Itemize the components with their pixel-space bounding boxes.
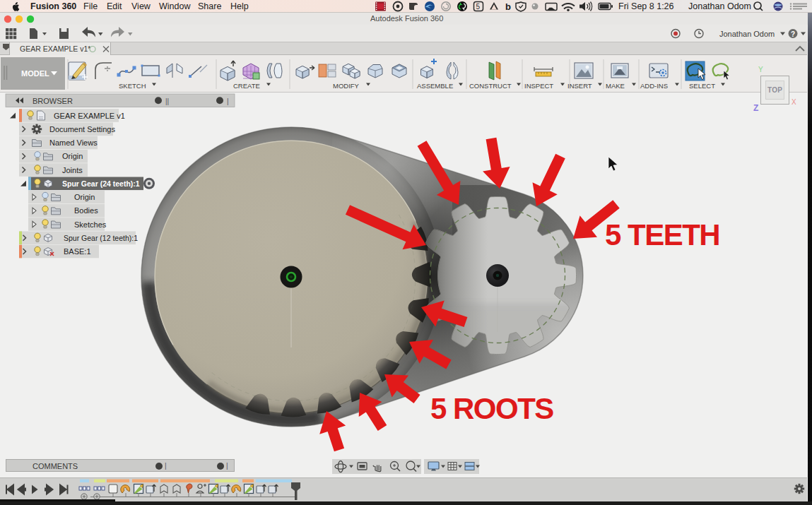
svg-text:MAKE: MAKE (606, 82, 625, 90)
svg-text:Sketches: Sketches (74, 220, 107, 229)
svg-text:Joints: Joints (62, 166, 83, 174)
svg-text:INSERT: INSERT (567, 82, 592, 90)
svg-text:SELECT: SELECT (689, 82, 715, 90)
svg-text:CREATE: CREATE (233, 82, 260, 90)
svg-text:BROWSER: BROWSER (33, 97, 73, 105)
svg-text:ADD-INS: ADD-INS (640, 82, 668, 90)
svg-text:|: | (226, 462, 228, 470)
svg-text:5: 5 (476, 3, 481, 11)
svg-text:||: || (165, 97, 169, 105)
svg-text:Document Settings: Document Settings (49, 125, 115, 133)
svg-text:SKETCH: SKETCH (119, 82, 146, 90)
svg-text:Spur Gear (12 teeth):1: Spur Gear (12 teeth):1 (64, 234, 138, 242)
svg-text:b: b (505, 1, 511, 12)
svg-text:5 TEETH: 5 TEETH (605, 218, 719, 251)
svg-text:ASSEMBLE: ASSEMBLE (417, 82, 453, 90)
svg-text:CONSTRUCT: CONSTRUCT (469, 82, 512, 90)
svg-text:MODEL: MODEL (21, 69, 49, 78)
svg-text:5 ROOTS: 5 ROOTS (430, 392, 553, 425)
svg-text:Origin: Origin (62, 152, 83, 160)
svg-text:Spur Gear (24 teeth):1: Spur Gear (24 teeth):1 (62, 179, 140, 188)
svg-text:Named Views: Named Views (49, 138, 98, 147)
svg-text:|: | (165, 462, 167, 470)
svg-text:|: | (227, 97, 229, 105)
svg-text:INSPECT: INSPECT (524, 82, 553, 90)
svg-text:GEAR EXAMPLE v1: GEAR EXAMPLE v1 (54, 112, 125, 120)
svg-text:Jonathan Odom: Jonathan Odom (719, 30, 775, 38)
svg-text:MODIFY: MODIFY (333, 82, 360, 90)
svg-text:?: ? (791, 30, 795, 38)
svg-text:Bodies: Bodies (74, 206, 98, 215)
svg-text:BASE:1: BASE:1 (64, 247, 91, 256)
svg-text:Origin: Origin (74, 193, 95, 201)
